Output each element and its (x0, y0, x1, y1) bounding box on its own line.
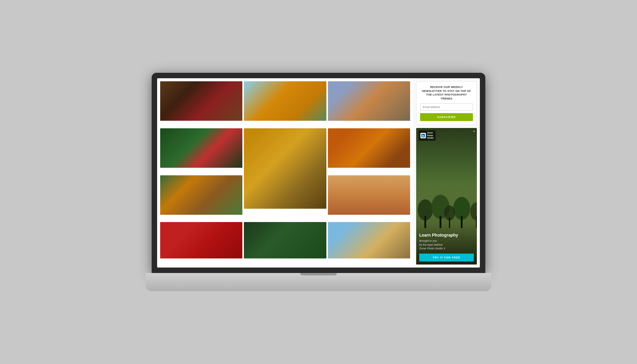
photo-image-10 (244, 222, 326, 258)
ad-close-button[interactable]: × (473, 129, 475, 133)
photo-image-6 (328, 128, 410, 168)
photo-image-9 (160, 222, 242, 258)
photo-cell-5[interactable] (244, 128, 326, 221)
svg-point-6 (470, 202, 477, 221)
photo-cell-7[interactable] (160, 175, 242, 221)
zoner-logo-text: ZonerPhotoStudio (427, 132, 434, 139)
newsletter-widget: RECEIVE OUR WEEKLY NEWSLETTER TO STAY ON… (416, 81, 477, 125)
svg-rect-7 (476, 216, 477, 228)
svg-rect-12 (423, 136, 424, 136)
photo-image-7 (160, 175, 242, 215)
ad-subtext: Brought to youby the team behindZoner Ph… (419, 239, 474, 251)
photo-cell-6[interactable] (328, 128, 410, 174)
svg-rect-9 (449, 217, 450, 228)
photo-image-2 (244, 81, 326, 121)
laptop-mockup: RECEIVE OUR WEEKLY NEWSLETTER TO STAY ON… (152, 73, 485, 291)
main-area (157, 78, 413, 268)
photo-cell-2[interactable] (244, 81, 326, 127)
laptop-screen: RECEIVE OUR WEEKLY NEWSLETTER TO STAY ON… (157, 78, 480, 268)
newsletter-title: RECEIVE OUR WEEKLY NEWSLETTER TO STAY ON… (420, 85, 473, 100)
subscribe-button[interactable]: SUBSCRIBE (420, 113, 473, 121)
svg-rect-3 (440, 216, 441, 228)
ad-headline: Learn Photography (419, 233, 474, 238)
photo-image-1 (160, 81, 242, 121)
photo-image-11 (328, 222, 410, 258)
screen-content: RECEIVE OUR WEEKLY NEWSLETTER TO STAY ON… (157, 78, 480, 268)
photo-cell-3[interactable] (328, 81, 410, 127)
photo-grid (160, 81, 410, 265)
ad-tree-svg (416, 192, 477, 228)
ad-cta-button[interactable]: TRY IT FOR FREE (419, 254, 474, 261)
svg-rect-1 (424, 216, 426, 228)
photo-image-3 (328, 81, 410, 121)
photo-cell-9[interactable] (160, 222, 242, 265)
sidebar: RECEIVE OUR WEEKLY NEWSLETTER TO STAY ON… (413, 78, 480, 268)
ad-content: Learn Photography Brought to youby the t… (416, 230, 477, 265)
photo-cell-10[interactable] (244, 222, 326, 265)
photo-cell-8[interactable] (328, 175, 410, 221)
svg-rect-5 (461, 216, 463, 228)
photo-cell-1[interactable] (160, 81, 242, 127)
photo-image-4 (160, 128, 242, 168)
laptop-base (146, 273, 491, 291)
ad-widget: × (416, 128, 477, 265)
photo-cell-11[interactable] (328, 222, 410, 265)
photo-image-8 (328, 175, 410, 215)
zoner-logo-icon (420, 133, 426, 138)
email-input[interactable] (420, 103, 473, 111)
screen-bezel: RECEIVE OUR WEEKLY NEWSLETTER TO STAY ON… (152, 73, 485, 273)
ad-logo: ZonerPhotoStudio (419, 130, 436, 140)
photo-image-5 (244, 128, 326, 209)
photo-cell-4[interactable] (160, 128, 242, 174)
